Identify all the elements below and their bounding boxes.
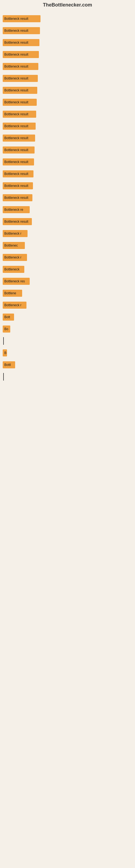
bar-row: Bottleneck result	[3, 25, 132, 37]
bottleneck-bar: Bottleneck result	[3, 182, 33, 189]
bar-label: Bottleneck result	[4, 148, 28, 152]
bottleneck-bar: Bottleneck re	[3, 206, 30, 213]
bar-row	[3, 371, 132, 383]
bar-row: Bottleneck result	[3, 216, 132, 227]
bar-label: Bottlenec	[4, 244, 18, 247]
bar-row	[3, 395, 132, 407]
bar-label: Bottleneck re	[4, 208, 23, 212]
bar-row: Bottlene	[3, 287, 132, 299]
bar-label: Bottleneck result	[4, 124, 28, 128]
bottleneck-bar: Bottleneck result	[3, 75, 38, 82]
bottleneck-bar: Bottleneck result	[3, 87, 37, 94]
bar-row: Bottleneck result	[3, 168, 132, 180]
bar-label: Bottleneck result	[4, 65, 28, 68]
bottleneck-bar: Bottleneck result	[3, 123, 36, 130]
bottleneck-bar: Bottlenec	[3, 242, 25, 249]
bar-row	[3, 442, 132, 454]
bars-container: Bottleneck resultBottleneck resultBottle…	[0, 10, 135, 481]
bar-row: Bottlenec	[3, 240, 132, 251]
bar-row	[3, 454, 132, 466]
bottleneck-bar: Bottleneck	[3, 266, 24, 273]
bar-label: Bottleneck r	[4, 255, 21, 259]
bar-row: Bottleneck r	[3, 251, 132, 264]
bar-label: Bottleneck result	[4, 53, 28, 56]
bottleneck-bar: Bo	[3, 326, 10, 333]
bar-row: Bottleneck result	[3, 156, 132, 168]
bar-row: B	[3, 347, 132, 359]
bar-row: Bottleneck result	[3, 132, 132, 144]
bar-row	[3, 466, 132, 478]
vertical-line	[3, 337, 4, 345]
bottleneck-bar: Bottlene	[3, 290, 22, 297]
bottleneck-bar: Bottleneck r	[3, 254, 27, 261]
bar-label: Bottlene	[4, 291, 16, 295]
bar-label: Bottleneck result	[4, 196, 28, 199]
bar-row: Bottleneck result	[3, 120, 132, 132]
bar-row: Bottleneck result	[3, 61, 132, 72]
bar-row: Bottleneck result	[3, 144, 132, 156]
bar-label: Bottleneck result	[4, 220, 28, 223]
bottleneck-bar: Bottleneck res	[3, 278, 30, 285]
vertical-line	[3, 373, 4, 380]
bottleneck-bar: Bottleneck result	[3, 134, 35, 142]
bar-label: B	[4, 351, 6, 355]
bottleneck-bar: B	[3, 349, 7, 356]
bottleneck-bar: Bott	[3, 314, 14, 321]
bar-label: Bottleneck result	[4, 172, 28, 176]
bar-label: Bottleneck result	[4, 29, 28, 33]
bottleneck-bar: Bottleneck result	[3, 99, 37, 106]
bar-row: Bottleneck	[3, 264, 132, 275]
bottleneck-bar: Bottleneck result	[3, 170, 34, 177]
bottleneck-bar: Bottleneck result	[3, 15, 41, 22]
bar-label: Bottleneck result	[4, 160, 28, 164]
bar-row: Bottl	[3, 359, 132, 371]
bar-row	[3, 418, 132, 431]
bar-row: Bottleneck result	[3, 108, 132, 120]
bar-row	[3, 407, 132, 418]
bottleneck-bar: Bottleneck result	[3, 147, 35, 154]
bar-label: Bottleneck r	[4, 231, 21, 236]
bar-row: Bottleneck result	[3, 180, 132, 192]
bar-label: Bottleneck result	[4, 17, 28, 21]
bar-row: Bottleneck re	[3, 204, 132, 216]
bar-label: Bottleneck result	[4, 112, 28, 116]
bottleneck-bar: Bottleneck result	[3, 51, 39, 58]
bar-row: Bott	[3, 311, 132, 323]
bar-row: Bottleneck result	[3, 84, 132, 96]
bar-row: Bottleneck result	[3, 13, 132, 25]
bar-row	[3, 431, 132, 442]
bottleneck-bar: Bottleneck result	[3, 27, 40, 34]
bottleneck-bar: Bottleneck r	[3, 230, 28, 237]
bar-label: Bottleneck res	[4, 279, 25, 283]
bottleneck-bar: Bottleneck result	[3, 218, 32, 225]
bar-row: Bottleneck result	[3, 192, 132, 204]
bar-row: Bottleneck result	[3, 96, 132, 108]
bar-row: Bo	[3, 323, 132, 335]
bar-row: Bottleneck result	[3, 72, 132, 84]
bar-label: Bottleneck result	[4, 88, 28, 92]
bar-label: Bottleneck result	[4, 41, 28, 44]
bottleneck-bar: Bottleneck r	[3, 302, 27, 309]
bar-row: Bottleneck result	[3, 49, 132, 61]
bar-row	[3, 383, 132, 395]
bar-row	[3, 335, 132, 347]
bar-row: Bottleneck res	[3, 275, 132, 287]
bar-row: Bottleneck result	[3, 37, 132, 49]
bar-label: Bottleneck result	[4, 136, 28, 140]
bottleneck-bar: Bottleneck result	[3, 194, 32, 201]
bar-label: Bott	[4, 315, 10, 319]
bottleneck-bar: Bottl	[3, 361, 15, 368]
bottleneck-bar: Bottleneck result	[3, 158, 34, 165]
bar-label: Bottleneck	[4, 268, 19, 271]
bar-label: Bottl	[4, 363, 11, 367]
bar-row: Bottleneck r	[3, 299, 132, 311]
bottleneck-bar: Bottleneck result	[3, 111, 36, 118]
bottleneck-bar: Bottleneck result	[3, 63, 38, 70]
bottleneck-bar: Bottleneck result	[3, 39, 39, 46]
bar-label: Bottleneck result	[4, 184, 28, 188]
bar-label: Bottleneck r	[4, 303, 21, 307]
bar-label: Bo	[4, 327, 8, 331]
bar-label: Bottleneck result	[4, 76, 28, 80]
site-title: TheBottlenecker.com	[0, 0, 135, 10]
bar-label: Bottleneck result	[4, 100, 28, 104]
